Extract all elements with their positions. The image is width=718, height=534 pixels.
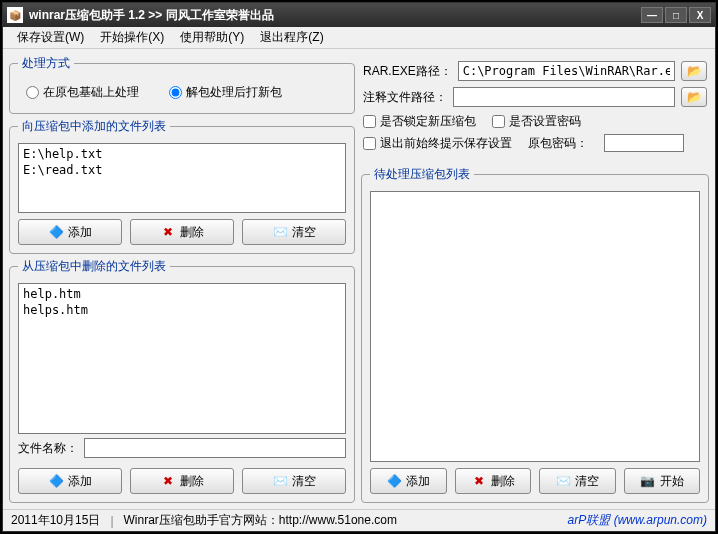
- menu-exit[interactable]: 退出程序(Z): [252, 27, 331, 48]
- clear-button[interactable]: ✉️清空: [539, 468, 616, 494]
- rar-path-label: RAR.EXE路径：: [363, 63, 452, 80]
- menu-start[interactable]: 开始操作(X): [92, 27, 172, 48]
- radio-repack[interactable]: 解包处理后打新包: [169, 84, 282, 101]
- x-red-icon: ✖: [160, 224, 176, 240]
- close-button[interactable]: X: [689, 7, 711, 23]
- del-list-legend: 从压缩包中删除的文件列表: [18, 258, 170, 275]
- process-mode-group: 处理方式 在原包基础上处理 解包处理后打新包: [9, 55, 355, 114]
- status-date: 2011年10月15日: [11, 512, 100, 529]
- maximize-button[interactable]: □: [665, 7, 687, 23]
- orig-pwd-input[interactable]: [604, 134, 684, 152]
- menu-help[interactable]: 使用帮助(Y): [172, 27, 252, 48]
- radio-original[interactable]: 在原包基础上处理: [26, 84, 139, 101]
- add-button[interactable]: 🔷添加: [18, 468, 122, 494]
- add-listbox[interactable]: E:\help.txt E:\read.txt: [18, 143, 346, 213]
- pending-listbox[interactable]: [370, 191, 700, 462]
- pending-legend: 待处理压缩包列表: [370, 166, 474, 183]
- diamond-blue-icon: 🔷: [386, 473, 402, 489]
- folder-icon: 📂: [687, 64, 702, 78]
- add-button[interactable]: 🔷添加: [370, 468, 447, 494]
- filename-label: 文件名称：: [18, 440, 78, 457]
- status-site: Winrar压缩包助手官方网站：http://www.51one.com: [124, 512, 397, 529]
- add-list-group: 向压缩包中添加的文件列表 E:\help.txt E:\read.txt 🔷添加…: [9, 118, 355, 254]
- filename-input[interactable]: [84, 438, 346, 458]
- clear-button[interactable]: ✉️清空: [242, 219, 346, 245]
- checkbox-lock[interactable]: 是否锁定新压缩包: [363, 113, 476, 130]
- del-listbox[interactable]: help.htm helps.htm: [18, 283, 346, 434]
- diamond-blue-icon: 🔷: [48, 473, 64, 489]
- minimize-button[interactable]: —: [641, 7, 663, 23]
- diamond-blue-icon: 🔷: [48, 224, 64, 240]
- menubar: 保存设置(W) 开始操作(X) 使用帮助(Y) 退出程序(Z): [3, 27, 715, 49]
- brand-link[interactable]: arP联盟 (www.arpun.com): [568, 512, 707, 529]
- delete-button[interactable]: ✖删除: [130, 219, 234, 245]
- titlebar: 📦 winrar压缩包助手 1.2 >> 同风工作室荣誉出品 — □ X: [3, 3, 715, 27]
- orig-pwd-label: 原包密码：: [528, 135, 588, 152]
- browse-comment-button[interactable]: 📂: [681, 87, 707, 107]
- comment-path-input[interactable]: [453, 87, 675, 107]
- add-list-legend: 向压缩包中添加的文件列表: [18, 118, 170, 135]
- browse-rar-button[interactable]: 📂: [681, 61, 707, 81]
- checkbox-prompt[interactable]: 退出前始终提示保存设置: [363, 135, 512, 152]
- start-button[interactable]: 📷开始: [624, 468, 701, 494]
- camera-icon: 📷: [640, 473, 656, 489]
- app-icon: 📦: [7, 7, 23, 23]
- envelope-icon: ✉️: [272, 224, 288, 240]
- x-red-icon: ✖: [160, 473, 176, 489]
- delete-button[interactable]: ✖删除: [130, 468, 234, 494]
- checkbox-password[interactable]: 是否设置密码: [492, 113, 581, 130]
- envelope-icon: ✉️: [272, 473, 288, 489]
- list-item[interactable]: E:\help.txt: [21, 146, 343, 162]
- envelope-icon: ✉️: [555, 473, 571, 489]
- list-item[interactable]: helps.htm: [21, 302, 343, 318]
- menu-save[interactable]: 保存设置(W): [9, 27, 92, 48]
- list-item[interactable]: E:\read.txt: [21, 162, 343, 178]
- pending-list-group: 待处理压缩包列表 🔷添加 ✖删除 ✉️清空 📷开始: [361, 166, 709, 503]
- del-list-group: 从压缩包中删除的文件列表 help.htm helps.htm 文件名称： 🔷添…: [9, 258, 355, 503]
- comment-path-label: 注释文件路径：: [363, 89, 447, 106]
- delete-button[interactable]: ✖删除: [455, 468, 532, 494]
- folder-icon: 📂: [687, 90, 702, 104]
- window-title: winrar压缩包助手 1.2 >> 同风工作室荣誉出品: [29, 7, 641, 24]
- x-red-icon: ✖: [471, 473, 487, 489]
- clear-button[interactable]: ✉️清空: [242, 468, 346, 494]
- rar-path-input[interactable]: [458, 61, 675, 81]
- add-button[interactable]: 🔷添加: [18, 219, 122, 245]
- statusbar: 2011年10月15日 | Winrar压缩包助手官方网站：http://www…: [3, 509, 715, 531]
- process-mode-legend: 处理方式: [18, 55, 74, 72]
- list-item[interactable]: help.htm: [21, 286, 343, 302]
